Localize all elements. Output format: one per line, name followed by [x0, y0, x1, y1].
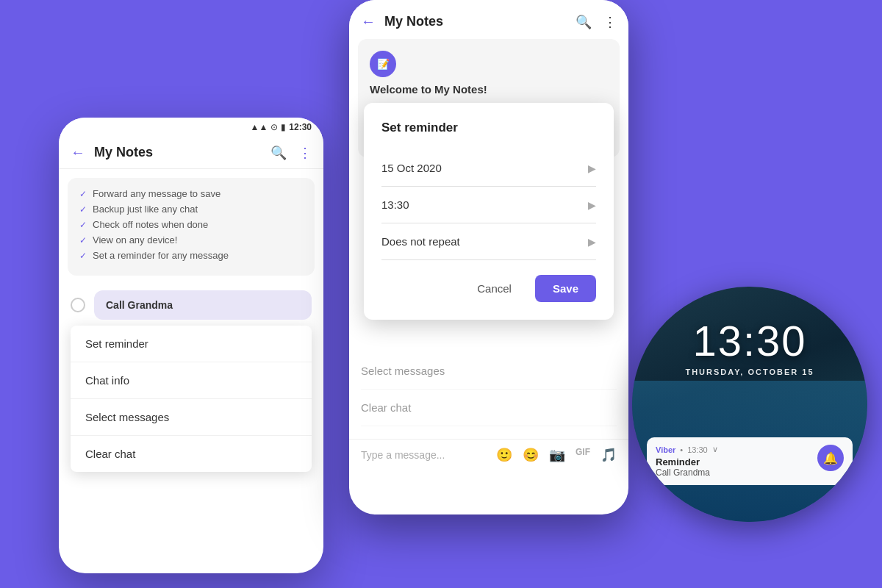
- check-icon-5: ✓: [79, 251, 87, 261]
- signal-icon: ▲▲: [251, 122, 268, 132]
- gif-icon[interactable]: GIF: [576, 447, 590, 463]
- dialog-actions: Cancel Save: [381, 275, 596, 302]
- search-icon-center[interactable]: 🔍: [576, 14, 592, 30]
- reminder-time-label: 13:30: [381, 198, 409, 211]
- back-button-left[interactable]: ←: [71, 144, 85, 161]
- camera-icon[interactable]: 📷: [549, 447, 565, 463]
- dialog-title: Set reminder: [381, 121, 596, 135]
- header-icons-left: 🔍 ⋮: [270, 145, 312, 161]
- notification-app-name: Viber: [656, 445, 675, 454]
- input-bar-center: Type a message... 🙂 😊 📷 GIF 🎵: [349, 439, 628, 470]
- wifi-icon: ⊙: [270, 122, 278, 132]
- notes-avatar: 📝: [370, 51, 396, 77]
- check-icon-1: ✓: [79, 189, 87, 199]
- app-title-center: My Notes: [384, 14, 567, 29]
- context-menu-set-reminder[interactable]: Set reminder: [71, 326, 312, 362]
- reminder-repeat-label: Does not repeat: [381, 235, 460, 248]
- input-icons: 🙂 😊 📷 GIF 🎵: [496, 447, 617, 463]
- notes-section-left: ✓ Forward any message to save ✓ Backup j…: [68, 178, 315, 276]
- check-icon-2: ✓: [79, 204, 87, 215]
- notification-icon: 🔔: [817, 445, 844, 471]
- notification-time: •: [680, 445, 683, 454]
- reminder-repeat-row[interactable]: Does not repeat ▶: [381, 223, 596, 260]
- notification-content: Viber • 13:30 ∨ Reminder Call Grandma: [656, 445, 810, 478]
- search-icon-left[interactable]: 🔍: [270, 145, 287, 161]
- action-select-messages[interactable]: Select messages: [361, 353, 617, 390]
- audio-icon[interactable]: 🎵: [600, 447, 617, 463]
- save-button[interactable]: Save: [535, 275, 596, 302]
- notification-timestamp: 13:30: [687, 445, 708, 454]
- note-text-3: Check off notes when done: [93, 219, 208, 230]
- bottom-actions-center: Select messages Clear chat: [349, 353, 628, 426]
- app-header-left: ← My Notes 🔍 ⋮: [59, 137, 323, 169]
- context-menu: Set reminder Chat info Select messages C…: [71, 326, 312, 472]
- welcome-title: Welcome to My Notes!: [370, 83, 608, 96]
- note-text-1: Forward any message to save: [93, 188, 220, 199]
- reminder-date-row[interactable]: 15 Oct 2020 ▶: [381, 150, 596, 187]
- message-input[interactable]: Type a message...: [361, 449, 490, 461]
- message-bubble-left[interactable]: Call Grandma: [94, 290, 312, 320]
- context-menu-chat-info[interactable]: Chat info: [71, 362, 312, 399]
- battery-icon: ▮: [281, 122, 286, 132]
- reminder-date-label: 15 Oct 2020: [381, 162, 442, 174]
- note-item-4: ✓ View on any device!: [79, 234, 303, 245]
- app-header-center: ← My Notes 🔍 ⋮: [349, 0, 628, 39]
- header-icons-center: 🔍 ⋮: [576, 14, 617, 30]
- more-icon-center[interactable]: ⋮: [603, 14, 617, 30]
- reminder-time-arrow: ▶: [588, 199, 596, 211]
- radio-button[interactable]: [71, 298, 85, 312]
- note-item-3: ✓ Check off notes when done: [79, 219, 303, 230]
- cancel-button[interactable]: Cancel: [462, 275, 526, 302]
- check-icon-3: ✓: [79, 220, 87, 230]
- note-item-5: ✓ Set a reminder for any message: [79, 250, 303, 261]
- watch-date: THURSDAY, OCTOBER 15: [632, 368, 867, 376]
- watch-background: 13:30 THURSDAY, OCTOBER 15 Viber • 13:30…: [632, 287, 867, 522]
- more-icon-left[interactable]: ⋮: [298, 145, 312, 161]
- notification-bell-icon: 🔔: [823, 451, 838, 465]
- status-time-left: 12:30: [289, 122, 312, 132]
- note-text-4: View on any device!: [93, 234, 177, 245]
- watch-time: 13:30: [632, 316, 867, 365]
- back-button-center[interactable]: ←: [361, 13, 376, 30]
- context-menu-select-messages[interactable]: Select messages: [71, 399, 312, 436]
- notification-header: Viber • 13:30 ∨: [656, 445, 810, 454]
- status-bar-left: ▲▲ ⊙ ▮ 12:30: [59, 118, 323, 137]
- reminder-date-arrow: ▶: [588, 162, 596, 174]
- notification-body: Call Grandma: [656, 467, 810, 478]
- note-text-2: Backup just like any chat: [93, 204, 198, 215]
- watch-notification: Viber • 13:30 ∨ Reminder Call Grandma 🔔: [647, 437, 853, 485]
- note-text-5: Set a reminder for any message: [93, 250, 229, 261]
- note-item-2: ✓ Backup just like any chat: [79, 204, 303, 215]
- reminder-time-row[interactable]: 13:30 ▶: [381, 187, 596, 223]
- watch-circle: 13:30 THURSDAY, OCTOBER 15 Viber • 13:30…: [632, 287, 867, 522]
- reminder-dialog: Set reminder 15 Oct 2020 ▶ 13:30 ▶ Does …: [364, 103, 614, 320]
- emoji-icon[interactable]: 😊: [523, 447, 539, 463]
- phone-left: ▲▲ ⊙ ▮ 12:30 ← My Notes 🔍 ⋮ ✓ Forward an…: [59, 118, 323, 573]
- phone-center: ← My Notes 🔍 ⋮ 📝 Welcome to My Notes! ✓ …: [349, 0, 628, 514]
- context-menu-clear-chat[interactable]: Clear chat: [71, 436, 312, 472]
- message-row-left: Call Grandma: [59, 284, 323, 326]
- reminder-repeat-arrow: ▶: [588, 236, 596, 248]
- notification-title: Reminder: [656, 456, 810, 467]
- action-clear-chat[interactable]: Clear chat: [361, 390, 617, 426]
- sticker-icon[interactable]: 🙂: [496, 447, 512, 463]
- note-item-1: ✓ Forward any message to save: [79, 188, 303, 199]
- app-title-left: My Notes: [94, 145, 262, 160]
- check-icon-4: ✓: [79, 235, 87, 245]
- notification-chevron: ∨: [712, 445, 718, 454]
